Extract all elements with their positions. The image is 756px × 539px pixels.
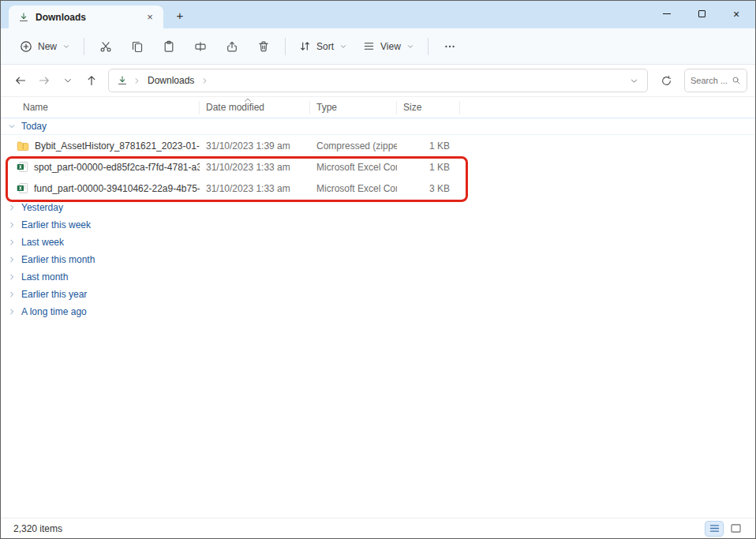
rename-button[interactable] (185, 35, 215, 58)
refresh-button[interactable] (654, 69, 678, 92)
file-row[interactable]: spot_part-00000-ed85f2ca-f7fd-4781-a3e6-… (1, 156, 755, 178)
share-button[interactable] (217, 35, 247, 58)
scissors-icon (99, 40, 112, 53)
items-count: 2,320 items (13, 523, 62, 534)
copy-button[interactable] (122, 35, 152, 58)
more-ellipsis-icon (443, 40, 456, 53)
arrow-left-icon (14, 74, 27, 87)
view-button-label: View (380, 41, 401, 52)
tab-bar: Downloads × + × (1, 1, 755, 28)
rename-icon (194, 40, 207, 53)
group-header-a-long-time-ago[interactable]: A long time ago (1, 303, 755, 320)
tab-close-icon[interactable]: × (143, 10, 157, 24)
file-name: Bybit_AssetHistory_8781621_2023-01-01_20… (35, 140, 200, 152)
search-icon (732, 76, 741, 85)
downloads-icon (18, 12, 29, 23)
group-label: Today (21, 121, 47, 132)
minimize-icon (663, 13, 671, 14)
chevron-down-icon (339, 43, 347, 51)
chevron-right-icon (8, 273, 16, 281)
file-name: spot_part-00000-ed85f2ca-f7fd-4781-a3e6-… (34, 162, 200, 173)
chevron-right-icon (8, 308, 16, 316)
back-button[interactable] (9, 69, 32, 92)
more-options-button[interactable] (435, 35, 465, 58)
new-tab-button[interactable]: + (170, 5, 190, 25)
sort-button[interactable]: Sort (291, 35, 355, 58)
column-header-size[interactable]: Size (397, 101, 460, 114)
group-label: Last week (21, 237, 64, 248)
close-button[interactable]: × (719, 1, 754, 27)
sort-ascending-icon (244, 97, 252, 107)
tab-downloads[interactable]: Downloads × (9, 6, 163, 28)
downloads-icon (117, 75, 128, 86)
file-date-modified: 31/10/2023 1:33 am (200, 183, 310, 194)
forward-button[interactable] (32, 69, 56, 92)
chevron-right-icon (8, 204, 16, 211)
chevron-right-icon (133, 77, 140, 84)
group-header-earlier-this-month[interactable]: Earlier this month (1, 251, 755, 268)
address-dropdown-button[interactable] (623, 70, 644, 91)
chevron-right-icon (8, 238, 16, 246)
maximize-button[interactable] (684, 1, 719, 27)
plus-circle-icon (20, 40, 32, 53)
maximize-icon (698, 10, 705, 17)
group-header-last-week[interactable]: Last week (1, 234, 755, 251)
address-bar[interactable]: Downloads (108, 69, 648, 92)
up-button[interactable] (80, 69, 103, 92)
delete-button[interactable] (249, 35, 279, 58)
file-type: Microsoft Excel Com... (310, 162, 397, 173)
excel-file-icon (17, 161, 28, 173)
recent-locations-button[interactable] (56, 69, 80, 92)
column-header-date-modified[interactable]: Date modified (200, 101, 310, 114)
view-toggles (705, 522, 744, 536)
cut-button[interactable] (91, 35, 121, 58)
group-label: A long time ago (21, 306, 87, 317)
view-button[interactable]: View (355, 35, 422, 58)
chevron-down-icon (63, 76, 73, 85)
new-button-label: New (38, 41, 57, 52)
group-header-last-month[interactable]: Last month (1, 268, 755, 286)
file-row[interactable]: fund_part-00000-39410462-22a9-4b75-afb1-… (1, 178, 755, 199)
file-type: Microsoft Excel Com... (310, 183, 397, 194)
file-size: 3 KB (397, 183, 460, 194)
chevron-down-icon (630, 77, 638, 85)
file-date-modified: 31/10/2023 1:33 am (200, 162, 310, 173)
chevron-down-icon (62, 43, 70, 51)
group-header-today[interactable]: Today (1, 118, 755, 135)
file-list-area: Name Date modified Type Size Today (1, 97, 755, 518)
arrow-right-icon (38, 74, 51, 87)
trash-icon (257, 40, 270, 53)
minimize-button[interactable] (649, 1, 684, 27)
window-controls: × (649, 1, 754, 27)
toolbar-divider (428, 38, 429, 55)
new-button[interactable]: New (12, 35, 78, 58)
file-row[interactable]: Bybit_AssetHistory_8781621_2023-01-01_20… (1, 135, 755, 156)
file-date-modified: 31/10/2023 1:39 am (200, 140, 310, 152)
column-header-type[interactable]: Type (310, 101, 397, 114)
toolbar-divider (285, 38, 286, 55)
group-header-yesterday[interactable]: Yesterday (1, 199, 755, 216)
breadcrumb-downloads[interactable]: Downloads (146, 73, 196, 88)
file-type: Compressed (zipped)... (310, 140, 397, 152)
status-bar: 2,320 items (1, 518, 755, 538)
thumbnail-view-icon (731, 524, 741, 533)
group-header-earlier-this-year[interactable]: Earlier this year (1, 286, 755, 303)
search-box[interactable] (684, 69, 747, 92)
navigation-bar: Downloads (1, 65, 755, 97)
toolbar-divider (84, 38, 84, 55)
column-header-name[interactable]: Name (1, 101, 200, 114)
share-icon (226, 40, 238, 53)
sort-icon (299, 40, 311, 52)
file-size: 1 KB (397, 162, 460, 173)
details-view-toggle[interactable] (705, 522, 723, 536)
search-input[interactable] (691, 76, 728, 85)
paste-button[interactable] (154, 35, 184, 58)
group-header-earlier-this-week[interactable]: Earlier this week (1, 216, 755, 234)
chevron-down-icon (8, 122, 16, 130)
file-size: 1 KB (397, 140, 460, 152)
thumbnail-view-toggle[interactable] (727, 522, 744, 536)
file-explorer-window: Downloads × + × New (0, 0, 756, 539)
paste-icon (163, 40, 175, 53)
file-name: fund_part-00000-39410462-22a9-4b75-afb1-… (34, 183, 200, 194)
command-toolbar: New (1, 28, 755, 65)
